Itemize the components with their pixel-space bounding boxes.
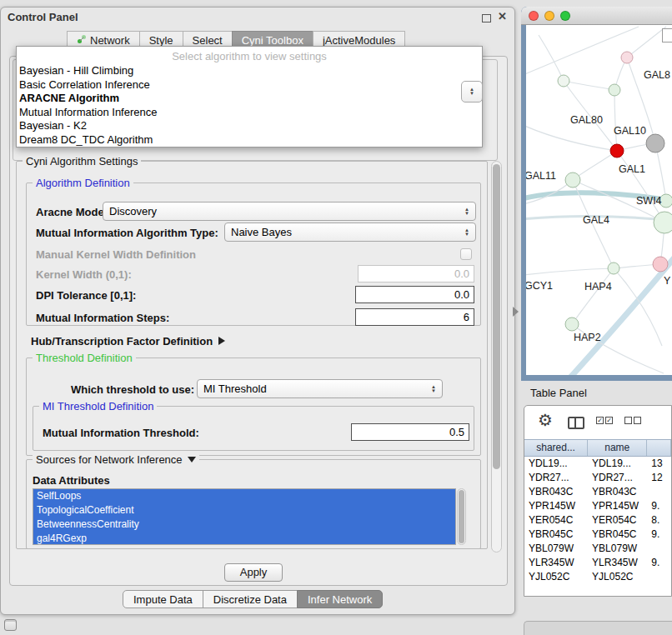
algorithm-option-dream8-dc-tdc-algorithm[interactable]: Dream8 DC_TDC Algorithm — [17, 133, 482, 148]
network-canvas[interactable]: GAL8GAL80GAL10GAL11GAL1SWI4GAL4GCY1HAP4Y… — [526, 25, 672, 375]
network-edge — [573, 151, 617, 180]
cyni-algorithm-settings-legend: Cyni Algorithm Settings — [23, 155, 141, 168]
mi-steps-field[interactable]: 6 — [355, 308, 474, 326]
table-column-header-2[interactable] — [647, 440, 671, 456]
table-row[interactable]: YDL19...YDL19...13 — [524, 457, 671, 471]
table-row[interactable]: YBL079WYBL079W — [524, 542, 671, 556]
network-node-label: HAP4 — [584, 281, 612, 292]
bottom-tab-bar: Impute DataDiscretize DataInfer Network — [123, 590, 383, 608]
algorithm-option-basic-correlation-inference[interactable]: Basic Correlation Inference — [17, 78, 482, 92]
bottom-tab-discretize-data[interactable]: Discretize Data — [203, 590, 298, 608]
algorithm-selector-combo-fragment[interactable]: ▲▼ — [461, 81, 483, 102]
data-attributes-list: SelfLoopsTopologicalCoefficientBetweenne… — [33, 488, 456, 545]
network-edge — [617, 151, 664, 222]
attribute-item-betweennesscentrality[interactable]: BetweennessCentrality — [33, 518, 455, 532]
algorithm-option-aracne-algorithm[interactable]: ARACNE Algorithm — [17, 92, 482, 106]
table-column-header-1[interactable]: name — [588, 440, 647, 456]
table-row[interactable]: YBR045CYBR045C9. — [524, 528, 671, 542]
network-node-label: HAP2 — [574, 332, 601, 343]
network-edge — [564, 81, 614, 90]
network-canvas-svg[interactable]: GAL8GAL80GAL10GAL11GAL1SWI4GAL4GCY1HAP4Y… — [526, 25, 672, 375]
network-node[interactable] — [609, 84, 620, 96]
network-window: GAL8GAL80GAL10GAL11GAL1SWI4GAL4GCY1HAP4Y… — [521, 7, 672, 381]
network-node-label: GAL1 — [619, 163, 645, 175]
bottom-tab-impute-data[interactable]: Impute Data — [123, 590, 203, 608]
aracne-mode-label: Aracne Mode: — [36, 206, 108, 218]
table-row[interactable]: YBR043CYBR043C — [524, 485, 671, 499]
network-node[interactable] — [610, 144, 624, 158]
network-node[interactable] — [653, 257, 668, 272]
network-node[interactable] — [621, 52, 633, 63]
network-node-label: SWI4 — [636, 195, 662, 207]
combo-stepper-icon: ▲▼ — [469, 88, 474, 96]
table-row[interactable]: YER054CYER054C8. — [524, 513, 671, 528]
network-edge — [572, 268, 614, 324]
mi-threshold-legend: MI Threshold Definition — [39, 400, 157, 412]
bottom-tab-infer-network[interactable]: Infer Network — [297, 590, 383, 608]
hub-definition-toggle[interactable]: Hub/Transcription Factor Definition — [31, 335, 225, 348]
close-window-icon[interactable]: ✕ — [498, 10, 507, 22]
minimize-traffic-light[interactable] — [544, 11, 554, 21]
attribute-item-selfloops[interactable]: SelfLoops — [33, 489, 455, 503]
apply-button[interactable]: Apply — [224, 563, 283, 582]
network-node-label: GAL80 — [570, 114, 603, 126]
aracne-mode-value: Discovery — [109, 205, 157, 218]
mi-steps-label: Mutual Information Steps: — [36, 312, 169, 324]
deselect-all-columns-icon[interactable] — [624, 417, 641, 424]
attribute-item-topologicalcoefficient[interactable]: TopologicalCoefficient — [33, 503, 455, 518]
expand-right-icon — [218, 337, 225, 345]
panel-splitter-handle[interactable] — [513, 307, 519, 317]
network-node-label: GCY1 — [526, 280, 553, 292]
kernel-width-field: 0.0 — [358, 265, 474, 282]
table-column-header-0[interactable]: shared... — [524, 440, 588, 456]
select-all-columns-icon[interactable]: ✓✓ — [596, 417, 613, 424]
algorithm-option-bayesian-hill-climbing[interactable]: Bayesian - Hill Climbing — [17, 64, 482, 78]
minimized-window-icon[interactable] — [4, 619, 17, 631]
zoom-traffic-light[interactable] — [560, 11, 570, 21]
aracne-mode-combo[interactable]: Discovery ▲▼ — [103, 202, 476, 221]
network-edge — [569, 253, 672, 375]
mi-threshold-field[interactable]: 0.5 — [351, 423, 469, 441]
dpi-tolerance-field[interactable]: 0.0 — [355, 286, 474, 303]
float-window-icon[interactable] — [482, 14, 491, 22]
table-panel-window: ⚙ ✓✓ shared...name YDL19...YDL19...13YDR… — [524, 405, 672, 597]
network-node[interactable] — [565, 172, 580, 188]
algorithm-popup-placeholder: Select algorithm to view settings — [17, 48, 482, 64]
network-edge — [526, 125, 617, 151]
network-node[interactable] — [646, 134, 664, 152]
mi-type-label: Mutual Information Algorithm Type: — [36, 227, 218, 239]
network-node[interactable] — [608, 262, 619, 274]
network-node[interactable] — [558, 75, 569, 87]
gear-icon[interactable]: ⚙ — [538, 410, 553, 430]
network-node-label: GAL4 — [583, 214, 609, 226]
columns-icon[interactable] — [568, 417, 584, 429]
which-threshold-value: MI Threshold — [203, 382, 267, 395]
combo-stepper-icon: ▲▼ — [431, 385, 436, 393]
which-threshold-combo[interactable]: MI Threshold ▲▼ — [197, 379, 443, 398]
network-edge — [526, 268, 614, 275]
attributes-list-scrollbar[interactable] — [457, 488, 466, 545]
close-traffic-light[interactable] — [529, 11, 539, 21]
network-edge — [539, 35, 564, 81]
network-node-label: Y — [664, 275, 671, 287]
mi-threshold-label: Mutual Information Threshold: — [43, 427, 199, 439]
mi-type-combo[interactable]: Naive Bayes ▲▼ — [224, 222, 476, 242]
combo-stepper-icon: ▲▼ — [464, 228, 469, 237]
table-row[interactable]: YJL052CYJL052C — [524, 570, 671, 584]
network-node-label: GAL10 — [614, 125, 646, 137]
algorithm-option-mutual-information-inference[interactable]: Mutual Information Inference — [17, 106, 482, 120]
network-edge — [627, 27, 666, 58]
network-node[interactable] — [565, 318, 579, 331]
algorithm-option-bayesian-k2[interactable]: Bayesian - K2 — [17, 119, 482, 133]
sources-legend[interactable]: Sources for Network Inference — [33, 453, 199, 466]
table-row[interactable]: YDR27...YDR27...12 — [524, 471, 671, 485]
network-node[interactable] — [654, 212, 672, 233]
table-panel-title: Table Panel — [530, 387, 587, 399]
settings-scrollbar[interactable] — [491, 161, 502, 552]
threshold-definition-legend: Threshold Definition — [33, 352, 136, 364]
table-row[interactable]: YLR345WYLR345W9. — [524, 556, 671, 570]
table-row[interactable]: YPR145WYPR145W9. — [524, 499, 671, 513]
network-node-label: GAL11 — [526, 170, 556, 182]
attribute-item-gal4rgexp[interactable]: gal4RGexp — [33, 532, 455, 545]
network-toolbar-field[interactable] — [662, 28, 672, 42]
